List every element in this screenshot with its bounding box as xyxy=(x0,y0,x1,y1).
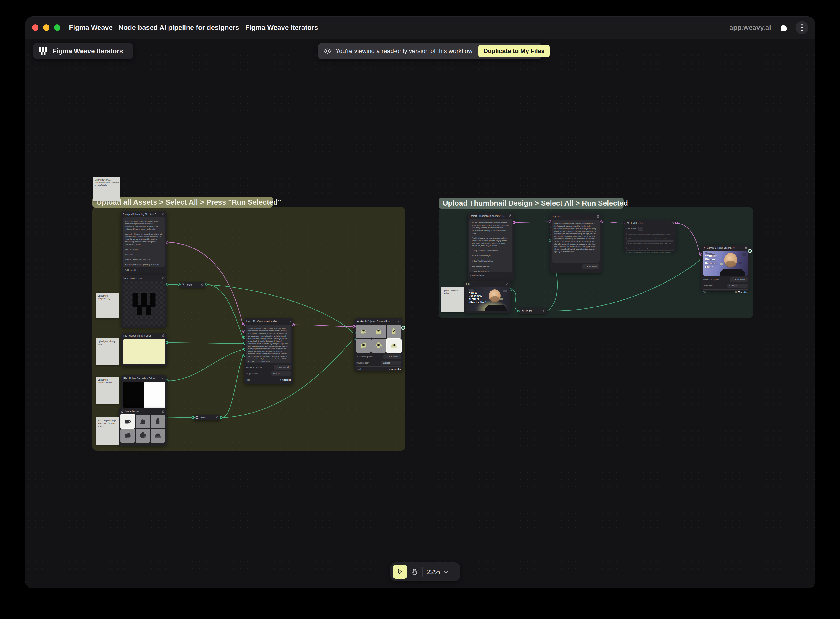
lock-icon[interactable] xyxy=(542,309,545,312)
input-port-image-1[interactable] xyxy=(242,336,245,339)
lock-icon[interactable] xyxy=(288,320,291,323)
node-prompt-thumbnail-generator[interactable]: Prompt - Thumbnail Generator - DON'T CHA… xyxy=(468,212,514,281)
run-model-button[interactable]: → Run Model xyxy=(730,277,747,282)
advanced-options-toggle[interactable]: Advanced options xyxy=(703,278,719,281)
input-port-image-2[interactable] xyxy=(353,338,355,341)
node-any-llm-right[interactable]: Any LLM Ultra-clean composition featurin… xyxy=(550,213,601,273)
output-port[interactable] xyxy=(166,241,168,244)
sticky-note-upload-logo[interactable]: Upload your company's logo xyxy=(96,293,119,318)
output-port[interactable] xyxy=(510,288,512,291)
input-port-image-4[interactable] xyxy=(242,354,245,357)
duplicate-button[interactable]: Duplicate to My Files xyxy=(478,45,550,57)
result-image-bottle[interactable] xyxy=(386,324,401,338)
output-port[interactable] xyxy=(166,416,168,419)
lock-icon[interactable] xyxy=(201,283,204,286)
add-variable-button[interactable]: + Add variable xyxy=(121,267,167,273)
node-router-b[interactable]: Router xyxy=(193,414,221,420)
sticky-note-upload-secondary[interactable]: Upload your secondary colors xyxy=(96,377,119,404)
iterator-image-tote-bag[interactable] xyxy=(136,414,150,428)
logo-image-preview[interactable] xyxy=(123,281,165,326)
output-port[interactable] xyxy=(675,222,678,224)
run-model-button[interactable]: → Run Model xyxy=(582,264,600,269)
secondary-colors-swatches[interactable] xyxy=(123,381,165,408)
lock-icon[interactable] xyxy=(506,283,509,286)
node-file-upload-secondary-colors[interactable]: File - Upload Secondary Colors xyxy=(121,375,167,409)
input-port-image-1[interactable] xyxy=(353,332,355,334)
browser-menu-icon[interactable] xyxy=(795,21,808,34)
lock-icon[interactable] xyxy=(509,214,512,218)
input-port-prompt-2[interactable] xyxy=(549,227,551,229)
lock-icon[interactable] xyxy=(162,377,165,380)
sticky-note-upload-primary[interactable]: Upload your primary color xyxy=(96,338,119,365)
zoom-window-button[interactable] xyxy=(54,24,60,31)
output-port[interactable] xyxy=(219,416,222,419)
text-iterator-item[interactable]: Three-quarter portrait of man facing cam… xyxy=(627,250,674,254)
iterator-values-box[interactable]: 6 values xyxy=(381,361,401,365)
iterator-image-mug[interactable] xyxy=(121,414,135,428)
result-image-cap[interactable] xyxy=(386,339,401,353)
lock-icon[interactable] xyxy=(162,334,165,338)
iterator-image-hoodie[interactable] xyxy=(136,429,150,443)
output-port[interactable] xyxy=(166,380,169,382)
close-window-button[interactable] xyxy=(32,24,39,31)
output-port[interactable] xyxy=(166,283,168,286)
prompt-textarea[interactable]: You are The Visual Brand Integration Arc… xyxy=(123,217,165,267)
input-port[interactable] xyxy=(623,222,625,224)
thumbnail-image-how-to[interactable]: How to Use Weavy Iterators (Step by Step… xyxy=(466,287,509,311)
output-port[interactable] xyxy=(749,250,751,252)
input-port-prompt[interactable] xyxy=(549,220,551,223)
node-file-upload-primary-color[interactable]: File - Upload Primary Color xyxy=(121,332,167,366)
iterator-image-cap[interactable] xyxy=(151,429,165,443)
result-image-mug[interactable] xyxy=(356,324,371,338)
input-port-prompt-2[interactable] xyxy=(242,330,245,332)
llm-prompt-textarea[interactable]: Restyle the mug in the target image so t… xyxy=(246,324,291,363)
node-prompt-rebranding-director[interactable]: Prompt - Rebranding Director - DON'T CHA… xyxy=(121,211,167,276)
result-image-tote-bag[interactable] xyxy=(372,324,386,338)
text-iterator-item[interactable]: Wide cinematic establishing shot of mini… xyxy=(627,237,674,241)
output-port[interactable] xyxy=(292,323,295,326)
extensions-icon[interactable] xyxy=(779,23,788,32)
output-port[interactable] xyxy=(600,220,603,223)
sticky-note-upload-thumbnail[interactable]: Upload Thumbnail Design xyxy=(441,287,464,312)
group-label-right[interactable]: Upload Thumbnail Design > Select All > R… xyxy=(439,197,624,209)
split-text-input[interactable]: * xyxy=(639,227,643,231)
node-gemini-nano-banana-left[interactable]: ✦ Gemini 3 (Nano Banana Pro) Advanced op… xyxy=(354,318,403,371)
minimize-window-button[interactable] xyxy=(43,24,49,31)
node-text-iterator[interactable]: Text Iterator Split text by: * Ultra-cle… xyxy=(624,220,676,251)
node-image-iterator[interactable]: Image Iterator xyxy=(119,408,167,446)
text-iterator-item[interactable]: A wide digital workspace shot from a sli… xyxy=(627,241,674,245)
node-file-thumbnail-design[interactable]: File How to Use Weavy Iterators (Step by… xyxy=(464,281,511,313)
input-port-image[interactable] xyxy=(700,259,702,262)
node-file-upload-logo[interactable]: File - Upload Logo xyxy=(121,275,167,328)
sticky-note-tutorial-link[interactable]: LINK TO TUTORIAL: https://www.youtube.co… xyxy=(93,177,119,201)
lock-icon[interactable] xyxy=(745,246,747,250)
lock-icon[interactable] xyxy=(597,215,600,218)
text-iterator-item[interactable]: Cinematic close-up of a smiling bald man… xyxy=(627,246,674,250)
lock-icon[interactable] xyxy=(162,277,165,280)
node-router-right[interactable]: Router xyxy=(519,308,547,314)
input-port[interactable] xyxy=(192,416,194,419)
node-any-llm-visual-style-transfer[interactable]: Any LLM - Visual style transfer Restyle … xyxy=(244,318,293,384)
output-port[interactable] xyxy=(166,341,169,344)
advanced-options-toggle[interactable]: Advanced options xyxy=(357,356,373,358)
run-model-button[interactable]: → Run Model xyxy=(273,365,291,370)
output-port[interactable] xyxy=(402,326,404,329)
iterator-image-notebook[interactable] xyxy=(121,429,135,443)
lock-icon[interactable] xyxy=(216,416,219,419)
run-model-button[interactable]: → Run Model xyxy=(383,354,401,359)
text-iterator-item[interactable]: Ultra-clean composition featuring a conf… xyxy=(627,232,674,236)
lock-icon[interactable] xyxy=(398,320,401,323)
input-port[interactable] xyxy=(178,283,181,286)
input-port-image-3[interactable] xyxy=(242,348,245,351)
input-port-image-1[interactable] xyxy=(549,233,551,235)
llm-prompt-textarea[interactable]: Ultra-clean composition featuring a conf… xyxy=(552,220,600,263)
input-port-prompt[interactable] xyxy=(353,325,355,328)
iterator-image-bottle[interactable] xyxy=(151,414,165,428)
zoom-control[interactable]: 22% xyxy=(427,568,449,576)
node-gemini-nano-banana-right[interactable]: ✦ Gemini 3 (Nano Banana Pro) “Master Wea… xyxy=(701,245,750,291)
advanced-options-toggle[interactable]: Advanced options xyxy=(246,366,263,369)
lock-icon[interactable] xyxy=(162,410,165,413)
input-port-prompt[interactable] xyxy=(700,253,702,256)
primary-color-swatch[interactable] xyxy=(123,339,165,365)
input-port-prompt[interactable] xyxy=(242,323,245,326)
